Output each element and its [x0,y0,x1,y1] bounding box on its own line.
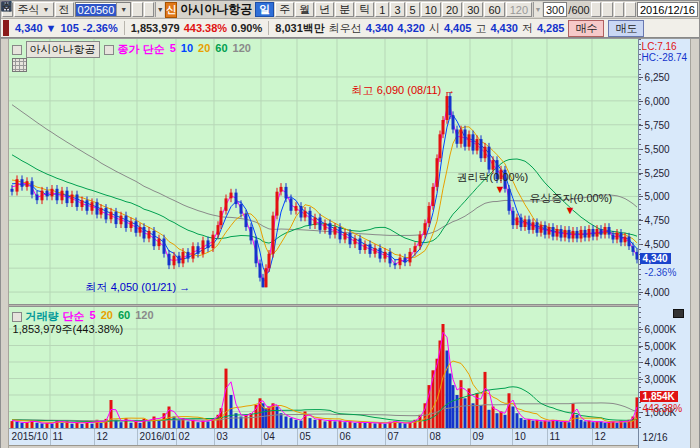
price-axis-tick-label: 5,750 [645,119,670,130]
legend-toggle-icon[interactable] [12,45,22,55]
price-axis-column: LC:7.16 HC:-28.74 6,2506,0005,7505,5005,… [638,39,691,448]
time-axis-label: 04 [264,431,275,442]
date-picker[interactable]: 2016/12/16 [637,2,698,17]
time-axis-separator [337,429,338,445]
interval-dropdown-icon[interactable]: ▼ [533,2,542,17]
interval-button-120[interactable]: 120 [506,2,532,17]
down-arrow-icon: ▼ [46,22,57,34]
current-price: 4,340 ▼ [15,22,56,34]
period-button-틱[interactable]: 틱 [355,2,374,17]
high-label: 고 [475,21,486,36]
period-button-월[interactable]: 월 [295,2,314,17]
legend-item: 10 [181,42,193,57]
row-marker [3,20,9,36]
indicator-add-icon[interactable] [591,2,602,17]
save-icon[interactable] [614,2,625,17]
stock-chart-window: 주식 ▼ 전 020560▼ ▼ 신 아시아나항공 일주월년분틱 1351020… [0,0,700,448]
time-axis-separator [470,429,471,445]
time-axis-label: 02 [179,431,190,442]
left-scrollbar[interactable] [1,39,9,448]
sell-button[interactable]: 매도 [608,20,644,37]
search-icon[interactable] [132,2,143,17]
calendar-icon [1,1,12,12]
trendline-tool-icon[interactable] [602,2,613,17]
time-axis-separator [176,429,177,445]
chart-annotation: 최저 4,050 (01/21) → [86,280,191,295]
period-button-년[interactable]: 년 [315,2,334,17]
stock-code-value: 020560 [76,4,117,16]
interval-button-60[interactable]: 60 [484,2,504,17]
volume-axis-minor-ticks [639,307,641,428]
open-price: 4,405 [444,22,472,34]
candles [10,92,638,287]
chart-panes: 아시아나항공 종가 단순5102060120 최고 6,090 (08/11) … [9,39,638,448]
interval-button-5[interactable]: 5 [406,2,420,17]
volume-value: 1,853,979 [131,22,180,34]
bar-count-input[interactable]: 300 [543,2,567,17]
time-axis-label: 03 [217,431,228,442]
volume-grid-horizontal [9,329,638,412]
chevron-down-icon[interactable]: ▼ [116,3,130,16]
open-label: 시 [429,21,440,36]
asset-type-label: 주식 [18,2,40,17]
legend-item: 종가 단순 [118,42,165,57]
time-axis-label: 2015/10 [12,431,48,442]
time-axis-label: 12 [97,431,108,442]
time-axis-separator [50,429,51,445]
time-axis-separator [94,429,95,445]
interval-button-1[interactable]: 1 [375,2,389,17]
sound-icon[interactable] [144,2,155,17]
new-badge: 신 [165,2,177,18]
interval-button-30[interactable]: 30 [463,2,483,17]
pane-resize-icon[interactable] [673,309,684,318]
crosshair-grid-icon[interactable] [12,58,27,72]
volume-axis-tick-label: 4,000K [645,357,677,368]
price-change-pct: -2.36% [83,22,118,34]
current-price-box: 4,340 [640,253,671,264]
volume-current-readout: 1,853,979주(443.38%) [13,322,124,337]
chart-area: 아시아나항공 종가 단순5102060120 최고 6,090 (08/11) … [1,38,699,448]
volume-pane[interactable]: 거래량 단순52060120 1,853,979주(443.38%) [9,307,638,428]
volume-bars [10,324,638,428]
current-price-pct: -2.36% [645,267,677,278]
time-axis-separator [547,429,548,445]
interval-button-3[interactable]: 3 [390,2,404,17]
best-bid: 4,320 [397,22,425,34]
price-legend: 아시아나항공 종가 단순5102060120 [12,41,251,58]
time-axis-separator [297,429,298,445]
vol-ma60-line [12,387,637,422]
period-button-분[interactable]: 분 [335,2,354,17]
interval-button-10[interactable]: 10 [421,2,441,17]
legend-toggle-icon[interactable] [12,312,22,322]
interval-button-20[interactable]: 20 [442,2,462,17]
price-chart-svg [9,39,638,304]
time-axis-separator [137,429,138,445]
turnover-pct: 0.90% [231,22,262,34]
period-button-일[interactable]: 일 [255,2,274,17]
legend-item: 120 [135,309,153,324]
price-pane[interactable]: 아시아나항공 종가 단순5102060120 최고 6,090 (08/11) … [9,39,638,304]
asset-type-select[interactable]: 주식 ▼ [14,2,54,17]
sound-dropdown-icon[interactable]: ▼ [155,2,164,17]
buy-button[interactable]: 매수 [568,20,604,37]
period-buttons: 일주월년분틱 [255,2,374,17]
chart-annotation: 최고 6,090 (08/11) → [352,83,456,98]
time-axis-separator [214,429,215,445]
right-scrollbar[interactable] [690,39,699,448]
best-ask: 4,340 [366,22,394,34]
price-axis-tick-label: 4,500 [645,239,670,250]
stock-name: 아시아나항공 [178,1,254,18]
low-label: 저 [522,21,533,36]
legend-toggle-icon[interactable] [104,45,114,55]
bar-total-label: /600 [568,4,589,16]
chart-annotation: 권리락(0.00%) [457,170,529,185]
volume-axis-tick-label: 3,000K [645,373,677,384]
time-axis-label: 08 [430,431,441,442]
legend-stock-name[interactable]: 아시아나항공 [26,41,100,58]
mode-button[interactable]: 전 [55,2,74,17]
stock-code-input[interactable]: 020560▼ [75,2,132,17]
settings-gear-icon[interactable] [625,2,636,17]
period-button-주[interactable]: 주 [275,2,294,17]
price-axis-tick-label: 4,000 [645,287,670,298]
time-axis-separator [261,429,262,445]
